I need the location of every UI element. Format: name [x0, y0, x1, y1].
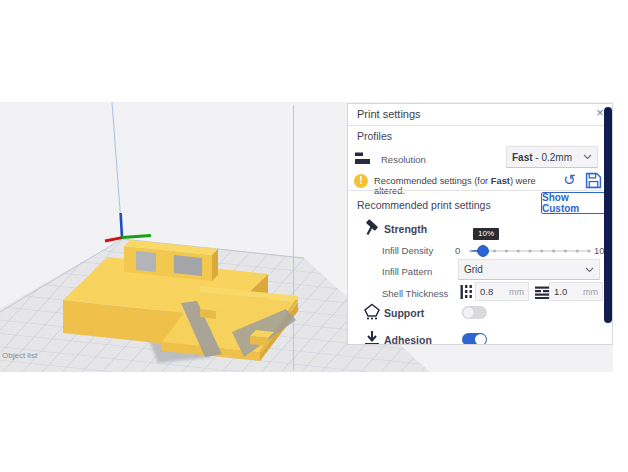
wall-thickness-icon — [460, 284, 473, 300]
panel-title: Print settings — [357, 108, 421, 120]
axis-indicator — [105, 102, 151, 241]
recommended-heading: Recommended print settings — [357, 199, 491, 211]
infill-pattern-value: Grid — [464, 264, 483, 275]
adhesion-heading: Adhesion — [384, 334, 432, 345]
unit-label: mm — [509, 287, 524, 297]
panel-scrollbar[interactable] — [604, 107, 612, 323]
model-left-window — [174, 255, 202, 276]
divider — [348, 190, 612, 191]
infill-density-slider[interactable] — [469, 244, 593, 258]
adhesion-toggle[interactable] — [462, 333, 487, 345]
strength-heading: Strength — [384, 223, 427, 235]
resolution-icon — [354, 150, 370, 166]
save-profile-icon[interactable] — [585, 172, 602, 189]
cura-window: { "panel": { "title": "Print settings", … — [0, 0, 628, 472]
show-custom-button[interactable]: Show Custom — [541, 192, 605, 214]
top-bottom-thickness-icon — [534, 286, 550, 299]
support-heading: Support — [384, 307, 424, 319]
chevron-down-icon — [585, 267, 594, 273]
infill-density-label: Infill Density — [382, 245, 433, 256]
adhesion-icon — [364, 330, 380, 345]
slider-handle — [478, 246, 489, 257]
profiles-heading: Profiles — [357, 130, 392, 142]
object-list-label[interactable]: Object list — [2, 351, 38, 360]
infill-density-tooltip: 10% — [473, 228, 499, 240]
chevron-down-icon — [583, 154, 592, 160]
warning-text: Recommended settings (for Fast) were alt… — [374, 176, 564, 196]
resolution-label: Resolution — [381, 154, 426, 165]
shell-thickness-label: Shell Thickness — [382, 288, 448, 299]
support-icon — [363, 303, 381, 321]
print-settings-panel: Print settings × Profiles Resolution Fas… — [347, 103, 613, 345]
undo-icon[interactable]: ↺ — [561, 171, 578, 188]
divider — [348, 125, 612, 126]
wall-thickness-input[interactable]: 0.8 mm — [475, 282, 529, 301]
resolution-dropdown[interactable]: Fast - 0.2mm — [506, 146, 598, 168]
support-toggle[interactable] — [462, 306, 487, 319]
model-left-window — [136, 251, 156, 272]
resolution-value: Fast — [512, 152, 533, 163]
unit-label: mm — [583, 287, 598, 297]
infill-pattern-dropdown[interactable]: Grid — [458, 259, 600, 280]
slider-min-label: 0 — [455, 245, 460, 256]
infill-pattern-label: Infill Pattern — [382, 266, 432, 277]
strength-hammer-icon — [363, 218, 381, 236]
top-bottom-thickness-input[interactable]: 1.0 mm — [549, 282, 603, 301]
warning-icon: ! — [354, 174, 368, 188]
